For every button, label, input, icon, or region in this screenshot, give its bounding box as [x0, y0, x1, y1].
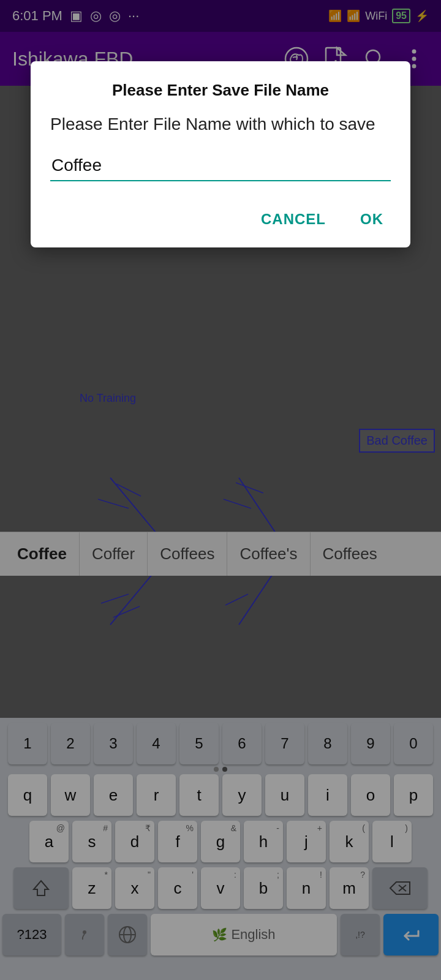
ok-button[interactable]: OK — [353, 206, 391, 233]
filename-input[interactable] — [50, 153, 391, 181]
dialog-overlay: Please Enter Save File Name Please Enter… — [0, 0, 441, 980]
save-dialog: Please Enter Save File Name Please Enter… — [31, 61, 410, 247]
dialog-buttons: CANCEL OK — [50, 206, 391, 233]
dialog-title: Please Enter Save File Name — [50, 81, 391, 100]
dialog-message: Please Enter File Name with which to sav… — [50, 112, 391, 136]
cancel-button[interactable]: CANCEL — [254, 206, 333, 233]
